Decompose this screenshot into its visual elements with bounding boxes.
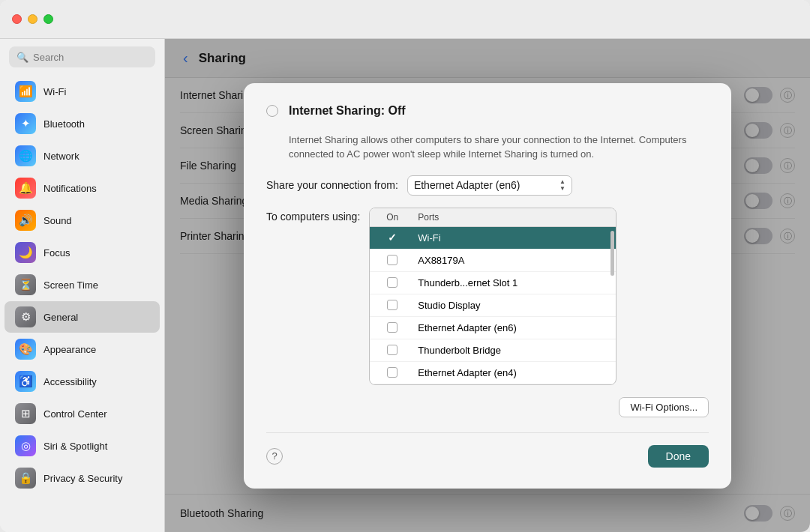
sidebar-item-label-siri: Siri & Spotlight (44, 441, 107, 452)
sidebar-item-accessibility[interactable]: ♿ Accessibility (4, 366, 160, 397)
port-on-col-3 (370, 300, 415, 310)
share-from-row: Share your connection from: Ethernet Ada… (266, 175, 709, 196)
sidebar-item-label-wifi: Wi-Fi (44, 86, 66, 97)
port-label-1: AX88179A (415, 255, 616, 266)
port-label-6: Ethernet Adapter (en4) (415, 367, 616, 378)
sidebar-item-focus[interactable]: 🌙 Focus (4, 237, 160, 268)
search-icon: 🔍 (16, 52, 28, 63)
share-from-dropdown[interactable]: Ethernet Adapter (en6) ▲ ▼ (407, 175, 572, 196)
sidebar-item-screentime[interactable]: ⏳ Screen Time (4, 269, 160, 300)
titlebar (0, 0, 810, 39)
port-row-4[interactable]: Ethernet Adapter (en6) (370, 317, 616, 339)
wifi-icon: 📶 (15, 81, 36, 102)
close-button[interactable] (12, 14, 22, 24)
sidebar: 🔍 📶 Wi-Fi ✦ Bluetooth 🌐 Network 🔔 Notifi… (0, 39, 165, 532)
sidebar-item-label-bluetooth: Bluetooth (44, 118, 85, 130)
network-icon: 🌐 (15, 145, 36, 166)
port-row-2[interactable]: Thunderb...ernet Slot 1 (370, 272, 616, 294)
port-on-col-4 (370, 322, 415, 333)
content-area: 🔍 📶 Wi-Fi ✦ Bluetooth 🌐 Network 🔔 Notifi… (0, 39, 810, 532)
accessibility-icon: ♿ (15, 371, 36, 392)
system-preferences-window: 🔍 📶 Wi-Fi ✦ Bluetooth 🌐 Network 🔔 Notifi… (0, 0, 810, 532)
port-dropdown: On Ports ✓ Wi-Fi AX88179A Thunderb...ern… (369, 208, 616, 385)
port-label-0: Wi-Fi (415, 232, 616, 244)
controlcenter-icon: ⊞ (15, 403, 36, 424)
port-on-col-1 (370, 255, 415, 265)
traffic-lights (12, 14, 53, 24)
privacy-icon: 🔒 (15, 468, 36, 489)
port-row-0[interactable]: ✓ Wi-Fi (370, 227, 616, 250)
sidebar-item-label-privacy: Privacy & Security (44, 473, 122, 484)
port-row-5[interactable]: Thunderbolt Bridge (370, 339, 616, 362)
port-label-4: Ethernet Adapter (en6) (415, 322, 616, 333)
port-checkbox-5[interactable] (387, 345, 398, 355)
port-label-5: Thunderbolt Bridge (415, 345, 616, 356)
port-on-col-2 (370, 277, 415, 288)
port-checkbox-4[interactable] (387, 322, 398, 333)
port-row-3[interactable]: Studio Display (370, 294, 616, 317)
sidebar-item-label-network: Network (44, 151, 80, 162)
computers-row: To computers using: On Ports ✓ Wi-Fi AX8… (266, 208, 709, 385)
search-bar[interactable]: 🔍 (9, 46, 155, 67)
port-checkbox-3[interactable] (387, 300, 398, 310)
port-label-3: Studio Display (415, 300, 616, 311)
sidebar-item-notifications[interactable]: 🔔 Notifications (4, 172, 160, 204)
internet-sharing-radio[interactable] (266, 105, 278, 117)
share-from-value: Ethernet Adapter (en6) (414, 179, 554, 191)
sidebar-item-siri[interactable]: ◎ Siri & Spotlight (4, 430, 160, 462)
appearance-icon: 🎨 (15, 339, 36, 360)
sidebar-item-general[interactable]: ⚙ General (4, 301, 160, 333)
notifications-icon: 🔔 (15, 178, 36, 199)
port-checkbox-1[interactable] (387, 255, 398, 265)
focus-icon: 🌙 (15, 242, 36, 263)
sidebar-item-controlcenter[interactable]: ⊞ Control Center (4, 398, 160, 429)
modal-overlay: Internet Sharing: Off Internet Sharing a… (165, 39, 810, 532)
port-rows-container: ✓ Wi-Fi AX88179A Thunderb...ernet Slot 1… (370, 227, 616, 384)
dropdown-arrows: ▲ ▼ (560, 179, 566, 192)
modal-footer: ? Done (266, 432, 709, 468)
help-button[interactable]: ? (266, 448, 283, 465)
port-on-col-5 (370, 345, 415, 355)
port-on-col-0: ✓ (370, 232, 415, 244)
sidebar-item-appearance[interactable]: 🎨 Appearance (4, 333, 160, 365)
sidebar-item-label-screentime: Screen Time (44, 279, 98, 291)
sidebar-item-label-appearance: Appearance (44, 344, 96, 355)
sidebar-item-privacy[interactable]: 🔒 Privacy & Security (4, 462, 160, 494)
port-row-6[interactable]: Ethernet Adapter (en4) (370, 362, 616, 384)
sidebar-item-network[interactable]: 🌐 Network (4, 140, 160, 172)
done-button[interactable]: Done (648, 445, 709, 468)
port-checkmark-0: ✓ (388, 232, 397, 244)
sidebar-item-wifi[interactable]: 📶 Wi-Fi (4, 76, 160, 107)
siri-icon: ◎ (15, 435, 36, 456)
general-icon: ⚙ (15, 306, 36, 327)
sidebar-item-label-focus: Focus (44, 247, 70, 259)
sidebar-item-bluetooth[interactable]: ✦ Bluetooth (4, 108, 160, 139)
minimize-button[interactable] (28, 14, 38, 24)
sidebar-item-label-controlcenter: Control Center (44, 408, 107, 420)
wifi-options-button[interactable]: Wi-Fi Options... (619, 397, 709, 417)
port-scrollbar[interactable] (610, 231, 614, 276)
port-on-col-6 (370, 367, 415, 378)
share-from-label: Share your connection from: (266, 179, 398, 191)
main-panel: ‹ Sharing Internet Sharing ⓘ Screen Shar… (165, 39, 810, 532)
computers-label: To computers using: (266, 208, 360, 223)
sidebar-items-container: 📶 Wi-Fi ✦ Bluetooth 🌐 Network 🔔 Notifica… (0, 75, 164, 495)
modal-title: Internet Sharing: Off (289, 104, 406, 118)
maximize-button[interactable] (44, 14, 53, 24)
search-input[interactable] (33, 52, 148, 63)
sound-icon: 🔊 (15, 210, 36, 231)
screentime-icon: ⏳ (15, 274, 36, 295)
col-on-header: On (370, 212, 415, 223)
modal-description: Internet Sharing allows other computers … (289, 133, 709, 162)
sidebar-item-label-notifications: Notifications (44, 183, 97, 194)
port-checkbox-6[interactable] (387, 367, 398, 378)
sidebar-item-label-sound: Sound (44, 215, 72, 226)
port-row-1[interactable]: AX88179A (370, 250, 616, 272)
sidebar-item-label-general: General (44, 312, 78, 323)
modal-top: Internet Sharing: Off (266, 104, 709, 118)
sidebar-item-sound[interactable]: 🔊 Sound (4, 205, 160, 236)
col-ports-header: Ports (415, 212, 616, 223)
port-label-2: Thunderb...ernet Slot 1 (415, 277, 616, 288)
port-checkbox-2[interactable] (387, 277, 398, 288)
bluetooth-icon: ✦ (15, 113, 36, 134)
